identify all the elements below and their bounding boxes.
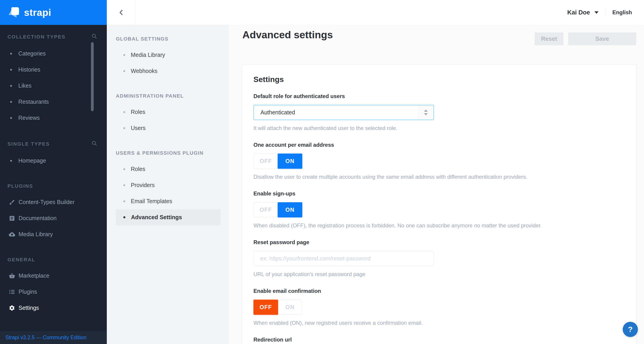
toggle-off-option[interactable]: OFF <box>254 300 278 315</box>
toggle-on-option[interactable]: ON <box>278 300 302 314</box>
main-content: Advanced settings Reset Save Settings De… <box>228 25 644 344</box>
subnav-item-providers[interactable]: Providers <box>116 177 220 193</box>
cloud-upload-icon <box>8 231 16 238</box>
bullet-icon <box>10 53 12 55</box>
bullet-icon <box>123 184 125 186</box>
section-plugins: PLUGINS <box>0 183 107 189</box>
basket-icon <box>8 272 16 279</box>
subnav-item-admin-roles[interactable]: Roles <box>116 104 220 120</box>
toggle-on-option[interactable]: ON <box>278 202 302 217</box>
select-value: Authenticated <box>254 109 295 116</box>
sidebar-footer: Strapi v3.2.5 — Community Edition <box>0 331 107 344</box>
section-single-types: SINGLE TYPES <box>0 140 107 148</box>
bullet-icon <box>123 168 125 170</box>
toggle-off-option[interactable]: OFF <box>254 202 278 217</box>
plugins-list: Content-Types Builder Documentation Medi… <box>0 194 107 242</box>
toggle-on-option[interactable]: ON <box>278 154 302 169</box>
field-helper: URL of your application's reset password… <box>254 271 434 277</box>
section-title: COLLECTION TYPES <box>8 34 66 40</box>
email-confirmation-toggle[interactable]: OFF ON <box>254 300 302 315</box>
caret-down-icon[interactable] <box>594 11 598 14</box>
bullet-icon <box>123 127 125 129</box>
sidebar-item-content-types-builder[interactable]: Content-Types Builder <box>0 194 107 210</box>
sidebar-scrollbar[interactable] <box>91 42 94 111</box>
page-actions: Reset Save <box>535 32 636 45</box>
field-default-role: Default role for authenticated users Aut… <box>254 93 434 131</box>
one-account-toggle[interactable]: OFF ON <box>254 154 302 169</box>
enable-sign-ups-toggle[interactable]: OFF ON <box>254 202 302 217</box>
strapi-logo[interactable]: strapi <box>0 0 107 25</box>
sidebar-item-homepage[interactable]: Homepage <box>0 153 107 169</box>
single-types-list: Homepage <box>0 153 107 169</box>
bullet-icon <box>123 216 125 218</box>
section-title: PLUGINS <box>8 183 33 189</box>
panel-heading: Settings <box>254 75 625 84</box>
paintbrush-icon <box>8 199 16 206</box>
back-button[interactable] <box>107 0 136 25</box>
top-bar: Kai Doe English <box>107 0 644 25</box>
field-helper: Disallow the user to create multiple acc… <box>254 174 434 180</box>
bullet-icon <box>10 160 12 162</box>
sidebar-item-settings[interactable]: Settings <box>0 300 107 316</box>
help-button[interactable]: ? <box>623 322 638 337</box>
version-link[interactable]: Strapi v3.2.5 — Community Edition <box>6 334 86 340</box>
reset-button[interactable]: Reset <box>535 32 564 45</box>
administration-panel-list: Roles Users <box>107 104 228 136</box>
user-menu[interactable]: Kai Doe <box>567 9 590 16</box>
subnav-item-webhooks[interactable]: Webhooks <box>116 63 220 79</box>
section-collection-types: COLLECTION TYPES <box>0 33 107 41</box>
page-title: Advanced settings <box>242 29 333 41</box>
sidebar-item-marketplace[interactable]: Marketplace <box>0 268 107 284</box>
field-label: Default role for authenticated users <box>254 93 434 100</box>
subnav-item-media-library[interactable]: Media Library <box>116 47 220 63</box>
reset-password-page-input[interactable] <box>254 251 434 266</box>
subnav-item-advanced-settings[interactable]: Advanced Settings <box>116 209 220 225</box>
bullet-icon <box>123 54 125 56</box>
bullet-icon <box>123 70 125 72</box>
search-icon[interactable] <box>92 33 97 41</box>
general-list: Marketplace Plugins Settings <box>0 268 107 316</box>
section-general: GENERAL <box>0 257 107 263</box>
field-enable-email-confirmation: Enable email confirmation OFF ON When en… <box>254 288 434 326</box>
strapi-logo-icon <box>8 7 19 18</box>
subnav-section-global-settings: GLOBAL SETTINGS <box>107 36 228 42</box>
subnav-item-admin-users[interactable]: Users <box>116 120 220 136</box>
sidebar-item-media-library[interactable]: Media Library <box>0 226 107 242</box>
field-label: Redirection url <box>254 336 434 343</box>
field-one-account-per-email: One account per email address OFF ON Dis… <box>254 142 434 180</box>
settings-panel: Settings Default role for authenticated … <box>242 65 636 344</box>
search-icon[interactable] <box>92 140 97 148</box>
sidebar-item-documentation[interactable]: Documentation <box>0 210 107 226</box>
book-icon <box>8 215 16 222</box>
brand-name: strapi <box>24 7 51 18</box>
subnav-section-administration-panel: ADMINISTRATION PANEL <box>107 93 228 99</box>
section-title: GENERAL <box>8 257 35 263</box>
bullet-icon <box>10 117 12 119</box>
subnav-item-email-templates[interactable]: Email Templates <box>116 193 220 209</box>
bullet-icon <box>10 101 12 103</box>
field-label: Reset password page <box>254 239 434 246</box>
field-reset-password-page: Reset password page URL of your applicat… <box>254 239 434 277</box>
select-stepper-icon[interactable] <box>418 105 434 120</box>
field-enable-sign-ups: Enable sign-ups OFF ON When disabled (OF… <box>254 190 434 229</box>
default-role-select[interactable]: Authenticated <box>254 105 434 120</box>
main-sidebar: strapi COLLECTION TYPES Categories Histo… <box>0 0 107 344</box>
language-selector[interactable]: English <box>612 9 632 16</box>
sidebar-item-plugins[interactable]: Plugins <box>0 284 107 300</box>
header-divider <box>605 8 606 18</box>
bullet-icon <box>123 111 125 113</box>
arrow-up-icon <box>424 110 428 112</box>
bullet-icon <box>10 69 12 71</box>
list-icon <box>8 288 16 295</box>
arrow-down-icon <box>424 113 428 115</box>
save-button[interactable]: Save <box>568 32 636 45</box>
bullet-icon <box>123 200 125 202</box>
section-title: SINGLE TYPES <box>8 141 50 147</box>
field-label: One account per email address <box>254 142 434 148</box>
toggle-off-option[interactable]: OFF <box>254 154 278 168</box>
subnav-item-up-roles[interactable]: Roles <box>116 161 220 177</box>
sidebar-item-reviews[interactable]: Reviews <box>0 110 107 126</box>
settings-subnav: GLOBAL SETTINGS Media Library Webhooks A… <box>107 25 228 344</box>
field-label: Enable email confirmation <box>254 288 434 294</box>
subnav-section-users-permissions: USERS & PERMISSIONS PLUGIN <box>107 150 228 156</box>
